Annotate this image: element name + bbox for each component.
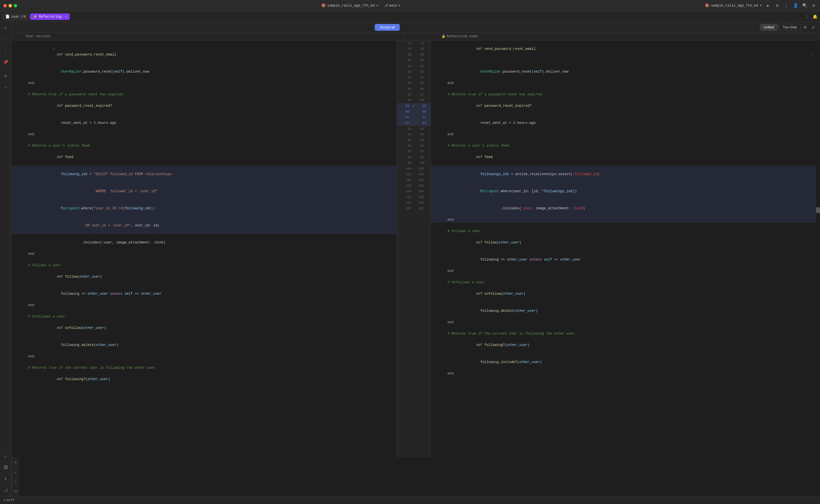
bottom-bar: ↤ Diff bbox=[0, 496, 820, 504]
sidebar-play-icon[interactable]: ▷ bbox=[2, 453, 9, 460]
table-row: end bbox=[431, 371, 816, 376]
right-pane[interactable]: def send_password_reset_email ✓ UserMail… bbox=[431, 40, 816, 457]
table-row: def unfollow(other_user) bbox=[11, 319, 396, 337]
table-row: Micropost.where(user_id: [id, *following… bbox=[431, 183, 816, 200]
table-row: # Returns a user's status feed. bbox=[431, 143, 816, 149]
tab-more-icon[interactable]: ⋮ bbox=[804, 14, 810, 20]
table-row: end bbox=[11, 302, 396, 308]
toolbar: Accept all Unified Two-Side ⚙ ↺ bbox=[11, 22, 820, 32]
tab-refactoring[interactable]: ✨ Refactoring: ✕ bbox=[30, 13, 69, 20]
table-row bbox=[11, 86, 396, 92]
title-bar-branch[interactable]: ⎇ main ▾ bbox=[384, 3, 400, 8]
right-refresh-icon[interactable]: ↺ bbox=[13, 469, 18, 474]
sidebar-git-icon[interactable]: ⎇ bbox=[2, 487, 9, 494]
table-row bbox=[11, 137, 396, 143]
table-row: # Follows a user. bbox=[431, 228, 816, 234]
accept-all-button[interactable]: Accept all bbox=[375, 24, 400, 31]
your-version-header: Your version bbox=[11, 32, 405, 40]
diff-content: ✓ def send_password_reset_email UserMail… bbox=[11, 40, 820, 457]
app-icon: 🟤 bbox=[321, 3, 326, 8]
table-row: # Unfollows a user. bbox=[431, 280, 816, 285]
file-icon: 📄 bbox=[5, 15, 10, 19]
table-row: .includes(:user, image_attachment: :blob… bbox=[431, 200, 816, 217]
left-pane[interactable]: ✓ def send_password_reset_email UserMail… bbox=[11, 40, 396, 457]
table-row: end bbox=[431, 268, 816, 274]
search-icon[interactable]: 🔍 bbox=[802, 3, 807, 9]
title-bar-center: 🟤 sample_rails_app_7th_ed ▾ ⎇ main ▾ bbox=[19, 3, 703, 8]
more-icon[interactable]: ⋮ bbox=[784, 3, 789, 9]
settings-icon[interactable]: ⚙ bbox=[811, 3, 817, 9]
toolbar-center: Accept all bbox=[17, 24, 758, 31]
right-db-icon[interactable]: 🗃 bbox=[13, 489, 18, 494]
debug-icon[interactable]: ⚙ bbox=[774, 3, 780, 9]
table-row: following.delete(other_user) bbox=[11, 337, 396, 354]
tab-user-rb[interactable]: 📄 user.rb bbox=[2, 13, 29, 20]
table-row bbox=[11, 257, 396, 263]
close-button[interactable] bbox=[3, 4, 7, 7]
diff-arrow-icon: ↤ bbox=[3, 498, 6, 503]
table-row: reset_sent_at < 2.hours.ago bbox=[11, 114, 396, 132]
sidebar-layers-icon[interactable]: ⊞ bbox=[2, 72, 9, 79]
table-row: WHERE follower_id = :user_id" bbox=[11, 183, 396, 200]
table-row: def follow(other_user) bbox=[11, 268, 396, 285]
table-row: def follow(other_user) bbox=[431, 234, 816, 251]
sidebar-ellipsis-icon[interactable]: ⋯ bbox=[2, 84, 9, 91]
run-button[interactable]: ▶ bbox=[765, 3, 771, 9]
table-row: # Returns true if a password reset has e… bbox=[431, 92, 816, 97]
table-row: def feed bbox=[11, 149, 396, 166]
toolbar-right: Unified Two-Side ⚙ ↺ bbox=[760, 24, 817, 31]
right-scrollbar[interactable] bbox=[816, 40, 820, 457]
table-row: following << other_user unless self == o… bbox=[431, 251, 816, 268]
sidebar-pin-icon[interactable]: 📌 bbox=[2, 59, 9, 65]
table-row: def following?(other_user) bbox=[11, 371, 396, 388]
table-row: end bbox=[11, 80, 396, 86]
table-row bbox=[11, 359, 396, 365]
table-row: ✓ def send_password_reset_email bbox=[11, 40, 396, 63]
table-row: def unfollow(other_user) bbox=[431, 285, 816, 302]
traffic-lights bbox=[3, 4, 17, 7]
table-row: reset_sent_at < 2.hours.ago bbox=[431, 114, 816, 132]
tab-close-button[interactable]: ✕ bbox=[65, 15, 67, 19]
table-row: following_ids = "SELECT followed_id FROM… bbox=[11, 166, 396, 183]
account-icon[interactable]: 👤 bbox=[793, 3, 798, 9]
table-row: end bbox=[11, 251, 396, 257]
minimize-button[interactable] bbox=[9, 4, 12, 7]
title-bar: 🟤 sample_rails_app_7th_ed ▾ ⎇ main ▾ 🟤 s… bbox=[0, 0, 820, 11]
refactored-header: 🔒 Refactored code bbox=[439, 32, 820, 40]
diff-extra-icon[interactable]: ↺ bbox=[810, 24, 817, 31]
right-app-icon: 🟤 bbox=[705, 3, 709, 8]
right-history-icon[interactable]: ↷ bbox=[13, 479, 18, 484]
diff-container: Accept all Unified Two-Side ⚙ ↺ Your ver… bbox=[11, 22, 820, 496]
ai-icon: ✨ bbox=[33, 15, 37, 19]
table-row bbox=[11, 308, 396, 314]
editor-container: ⇅ ↑ ↓ 📌 ⊞ ⋯ ▷ 🖼 ℹ ⎇ Accept all Unified T… bbox=[0, 22, 820, 496]
sidebar-up-icon[interactable]: ↑ bbox=[2, 36, 9, 43]
maximize-button[interactable] bbox=[14, 4, 17, 7]
scrollbar-thumb[interactable] bbox=[816, 207, 820, 213]
table-row: # Returns a user's status feed. bbox=[11, 143, 396, 149]
title-bar-right: 🟤 sample_rails_app_7th_ed ▾ ▶ ⚙ ⋮ 👤 🔍 ⚙ bbox=[705, 3, 817, 9]
two-side-view-button[interactable]: Two-Side bbox=[779, 24, 801, 31]
diff-settings-icon[interactable]: ⚙ bbox=[802, 24, 809, 31]
table-row bbox=[431, 325, 816, 331]
table-row: .includes(:user, image_attachment: :blob… bbox=[11, 234, 396, 251]
table-row bbox=[431, 274, 816, 280]
sidebar-nav-icon[interactable]: ⇅ bbox=[2, 24, 9, 31]
title-bar-app-name[interactable]: 🟤 sample_rails_app_7th_ed ▾ bbox=[321, 3, 378, 8]
diff-headers: Your version 🔒 Refactored code bbox=[11, 32, 820, 40]
table-row: # Follows a user. bbox=[11, 263, 396, 268]
right-settings-icon[interactable]: ⚙ bbox=[13, 460, 18, 465]
sidebar-info-icon[interactable]: ℹ bbox=[2, 476, 9, 482]
sidebar-image-icon[interactable]: 🖼 bbox=[2, 464, 9, 471]
line-numbers-column: 7878 7979 8080 8181 8282 8383 8484 8585 … bbox=[396, 40, 431, 457]
sidebar-down-icon[interactable]: ↓ bbox=[2, 47, 9, 54]
table-row: following.delete(other_user) bbox=[431, 302, 816, 319]
notification-icon[interactable]: 🔔 bbox=[812, 14, 818, 20]
table-row: end bbox=[11, 354, 396, 359]
table-row: def feed bbox=[431, 149, 816, 166]
unified-view-button[interactable]: Unified bbox=[760, 24, 778, 31]
table-row: end bbox=[431, 319, 816, 325]
title-bar-right-app: 🟤 sample_rails_app_7th_ed ▾ bbox=[705, 3, 762, 8]
table-row bbox=[431, 86, 816, 92]
table-row: end bbox=[431, 217, 816, 223]
